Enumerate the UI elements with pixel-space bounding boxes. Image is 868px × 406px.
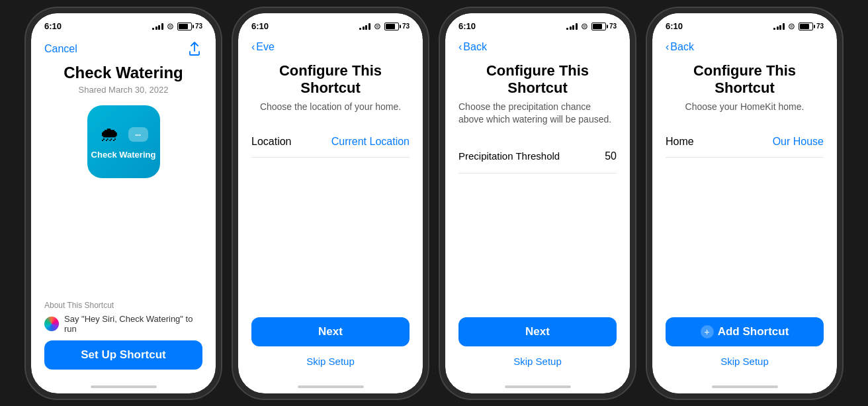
share-button[interactable] (187, 41, 202, 57)
battery-icon-1 (177, 23, 192, 30)
status-bar-1: 6:10 ⊜ 73 (31, 13, 216, 37)
home-row[interactable]: Home Our House (666, 127, 824, 158)
back-label-4: Back (670, 41, 694, 53)
location-value: Current Location (331, 136, 410, 148)
siri-text: Say "Hey Siri, Check Watering" to run (64, 314, 202, 334)
shortcut-icon-container: 🌧 ••• Check Watering (44, 105, 202, 178)
bottom-btn-1: Set Up Shortcut (44, 340, 202, 370)
chevron-left-icon-3: ‹ (458, 41, 462, 53)
configure-subtitle-2: Choose the location of your home. (251, 101, 410, 114)
shortcut-title: Check Watering (44, 64, 202, 82)
location-row[interactable]: Location Current Location (251, 127, 410, 158)
shortcut-icon: 🌧 ••• Check Watering (87, 105, 160, 178)
precipitation-value: 50 (605, 150, 617, 162)
about-label: About This Shortcut (44, 301, 202, 310)
precipitation-label: Precipitation Threshold (458, 150, 560, 162)
battery-icon-3 (591, 23, 606, 30)
battery-icon-2 (384, 23, 399, 30)
configure-title-3: Configure This Shortcut (458, 62, 617, 97)
about-section: About This Shortcut Say "Hey Siri, Check… (44, 301, 202, 334)
chevron-left-icon-4: ‹ (666, 41, 669, 53)
battery-label-4: 73 (816, 23, 824, 30)
home-value: Our House (773, 136, 824, 148)
status-time-4: 6:10 (666, 21, 683, 31)
back-button-4[interactable]: ‹ Back (666, 41, 694, 53)
wifi-icon-4: ⊜ (788, 22, 795, 30)
bottom-btn-2: Next Skip Setup (251, 317, 410, 370)
configure-title-2: Configure This Shortcut (251, 62, 410, 97)
shortcut-icon-label: Check Watering (91, 150, 156, 160)
home-bar-4 (712, 385, 778, 388)
nav-bar-2: ‹ Eve (251, 37, 410, 56)
nav-bar-1: Cancel (44, 37, 202, 60)
back-button-3[interactable]: ‹ Back (458, 41, 487, 53)
status-bar-3: 6:10 ⊜ 73 (445, 13, 630, 37)
status-time-1: 6:10 (44, 21, 62, 31)
add-shortcut-button[interactable]: Add Shortcut (666, 317, 824, 346)
status-icons-2: ⊜ 73 (359, 22, 410, 30)
nav-bar-3: ‹ Back (458, 37, 617, 56)
home-label: Home (666, 136, 694, 148)
back-label-3: Back (463, 41, 487, 53)
skip-setup-4[interactable]: Skip Setup (666, 353, 824, 370)
location-label: Location (251, 136, 292, 148)
home-bar-1 (91, 385, 157, 388)
configure-subtitle-3: Choose the precipitation chance above wh… (458, 101, 617, 127)
signal-icon-3 (566, 23, 578, 30)
next-button-3[interactable]: Next (458, 317, 617, 346)
back-label-2: Eve (256, 41, 275, 53)
battery-icon-4 (799, 23, 813, 30)
cloud-rain-icon: 🌧 (99, 123, 119, 146)
phone-3: 6:10 ⊜ 73 ‹ Back (440, 8, 635, 399)
home-bar-3 (505, 385, 571, 388)
phone-4: 6:10 ⊜ 73 ‹ Back (647, 8, 842, 399)
status-bar-2: 6:10 ⊜ 73 (238, 13, 423, 37)
setup-shortcut-button[interactable]: Set Up Shortcut (44, 340, 202, 370)
phone-1: 6:10 ⊜ 73 Cancel (26, 8, 221, 399)
battery-label-2: 73 (402, 23, 410, 30)
skip-setup-3[interactable]: Skip Setup (458, 353, 617, 370)
shortcut-subtitle: Shared March 30, 2022 (44, 85, 202, 95)
signal-icon-2 (359, 23, 370, 30)
battery-label-3: 73 (609, 23, 617, 30)
nav-bar-4: ‹ Back (666, 37, 824, 56)
skip-setup-2[interactable]: Skip Setup (251, 353, 410, 370)
signal-icon-1 (152, 23, 163, 30)
chevron-left-icon-2: ‹ (251, 41, 255, 53)
configure-subtitle-4: Choose your HomeKit home. (666, 101, 824, 114)
configure-title-4: Configure This Shortcut (666, 62, 824, 97)
bubble-icon: ••• (128, 127, 148, 142)
bottom-btn-3: Next Skip Setup (458, 317, 617, 370)
bottom-btn-4: Add Shortcut Skip Setup (666, 317, 824, 370)
phone-2: 6:10 ⊜ 73 ‹ Eve C (233, 8, 428, 399)
signal-icon-4 (773, 23, 785, 30)
status-icons-1: ⊜ 73 (152, 22, 202, 30)
precipitation-row[interactable]: Precipitation Threshold 50 (458, 140, 617, 174)
siri-icon (44, 317, 59, 331)
cancel-button[interactable]: Cancel (44, 43, 77, 55)
status-bar-4: 6:10 ⊜ 73 (652, 13, 837, 37)
siri-row: Say "Hey Siri, Check Watering" to run (44, 314, 202, 334)
battery-label-1: 73 (195, 23, 202, 30)
status-time-2: 6:10 (251, 21, 269, 31)
wifi-icon-2: ⊜ (374, 22, 381, 30)
home-bar-2 (298, 385, 364, 388)
wifi-icon-1: ⊜ (167, 22, 174, 30)
status-icons-4: ⊜ 73 (773, 22, 824, 30)
next-button-2[interactable]: Next (251, 317, 410, 346)
status-time-3: 6:10 (458, 21, 476, 31)
status-icons-3: ⊜ 73 (566, 22, 617, 30)
back-button-2[interactable]: ‹ Eve (251, 41, 275, 53)
wifi-icon-3: ⊜ (581, 22, 588, 30)
